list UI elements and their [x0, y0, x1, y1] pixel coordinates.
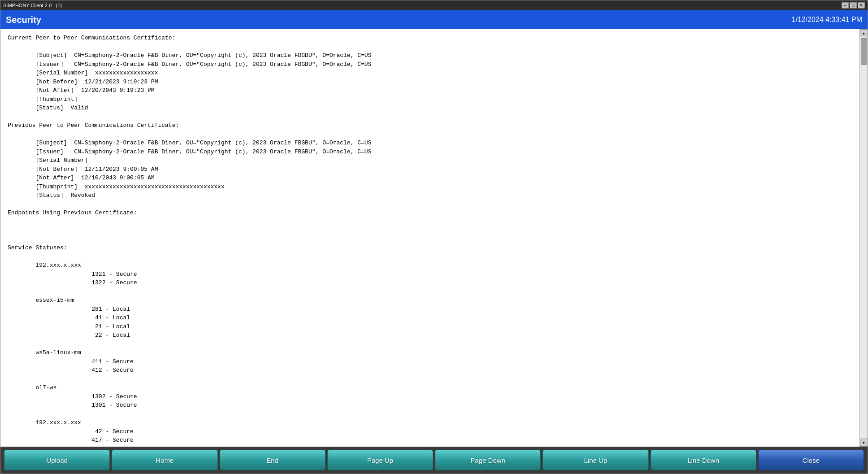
- maximize-button[interactable]: □: [850, 2, 857, 9]
- security-text: Current Peer to Peer Communications Cert…: [8, 34, 852, 445]
- home-button[interactable]: Home: [112, 450, 217, 470]
- scroll-down-arrow[interactable]: ▼: [860, 439, 868, 447]
- bottom-toolbar: Upload Home End Page Up Page Down Line U…: [0, 447, 868, 474]
- page-down-button[interactable]: Page Down: [435, 450, 541, 470]
- scrollbar-thumb[interactable]: [861, 38, 867, 65]
- line-down-button[interactable]: Line Down: [651, 450, 756, 470]
- upload-button[interactable]: Upload: [4, 450, 110, 470]
- title-bar: SIMPHONY Client 2.0 - (1) ─ □ ✕: [0, 0, 868, 10]
- window-title: SIMPHONY Client 2.0 - (1): [3, 3, 62, 8]
- main-window: SIMPHONY Client 2.0 - (1) ─ □ ✕ Security…: [0, 0, 868, 474]
- scroll-up-arrow[interactable]: ▲: [860, 29, 868, 37]
- close-window-button[interactable]: ✕: [858, 2, 865, 9]
- page-up-button[interactable]: Page Up: [327, 450, 433, 470]
- header-datetime: 1/12/2024 4:33:41 PM: [792, 16, 862, 24]
- header-bar: Security 1/12/2024 4:33:41 PM: [0, 10, 868, 29]
- page-title: Security: [6, 15, 41, 25]
- end-button[interactable]: End: [220, 450, 326, 470]
- minimize-button[interactable]: ─: [842, 2, 849, 9]
- content-area: Current Peer to Peer Communications Cert…: [0, 29, 868, 447]
- scrollbar: ▲ ▼: [859, 29, 868, 447]
- scrollbar-track[interactable]: [860, 66, 868, 439]
- security-content: Current Peer to Peer Communications Cert…: [0, 29, 859, 447]
- title-bar-controls: ─ □ ✕: [842, 2, 865, 9]
- close-button[interactable]: Close: [758, 450, 864, 470]
- line-up-button[interactable]: Line Up: [542, 450, 648, 470]
